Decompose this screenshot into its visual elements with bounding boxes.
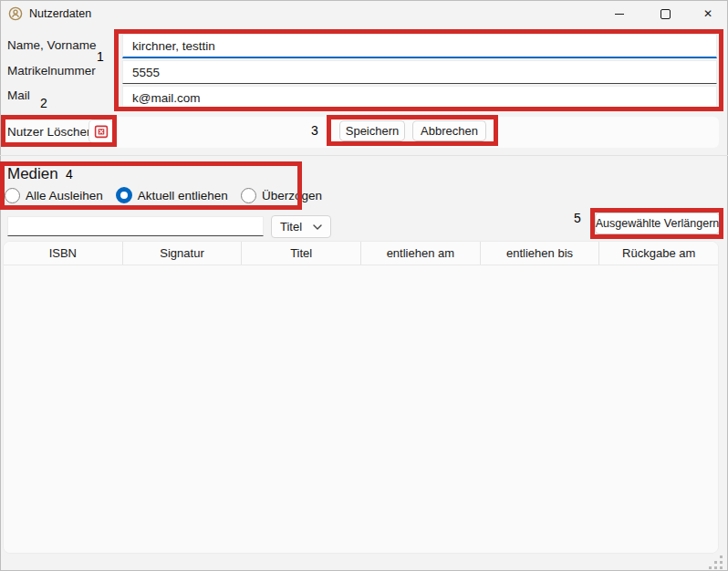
user-icon — [8, 6, 23, 21]
delete-icon — [94, 124, 109, 139]
chevron-down-icon — [313, 224, 322, 230]
loan-filter-radio-group: Alle Ausleihen Aktuell entliehen Überzog… — [5, 187, 322, 203]
loans-table: ISBN Signatur Titel entliehen am entlieh… — [3, 241, 719, 554]
mail-label: Mail — [7, 88, 30, 102]
annotation-number-4: 4 — [66, 167, 73, 182]
delete-user-label: Nutzer Löschen — [7, 125, 94, 139]
close-button[interactable]: ✕ — [687, 0, 728, 27]
column-header-isbn[interactable]: ISBN — [4, 242, 123, 265]
annotation-number-2: 2 — [40, 96, 47, 110]
radio-aktuell-entliehen[interactable]: Aktuell entliehen — [116, 187, 228, 203]
annotation-number-5: 5 — [574, 211, 581, 225]
maximize-button[interactable] — [644, 0, 686, 27]
matrikelnummer-input[interactable] — [122, 60, 717, 84]
medien-heading: Medien — [7, 165, 58, 183]
column-header-rueckgabe-am[interactable]: Rückgabe am — [599, 242, 718, 265]
filter-dropdown[interactable]: Titel — [271, 215, 331, 238]
save-button[interactable]: Speichern — [339, 120, 405, 141]
section-divider — [0, 155, 728, 156]
extend-selected-button[interactable]: Ausgewählte Verlängern — [595, 213, 720, 234]
minimize-icon — [615, 14, 624, 15]
radio-icon — [241, 188, 256, 203]
annotation-number-3: 3 — [311, 123, 318, 138]
mail-input[interactable] — [122, 86, 717, 109]
table-header-row: ISBN Signatur Titel entliehen am entlieh… — [4, 242, 718, 265]
table-body-empty — [4, 265, 718, 554]
annotation-number-1: 1 — [97, 49, 104, 64]
minimize-button[interactable] — [598, 0, 640, 27]
resize-grip[interactable] — [709, 555, 712, 558]
radio-icon — [116, 187, 132, 203]
column-header-titel[interactable]: Titel — [242, 242, 361, 265]
media-search-input[interactable] — [7, 216, 264, 236]
nutzerdaten-window: { "window": { "title": "Nutzerdaten", "c… — [0, 0, 728, 571]
cancel-button[interactable]: Abbrechen — [412, 120, 486, 141]
maximize-icon — [660, 9, 671, 19]
column-header-entliehen-bis[interactable]: entliehen bis — [481, 242, 600, 265]
filter-dropdown-value: Titel — [280, 220, 302, 234]
delete-user-button[interactable] — [88, 119, 113, 143]
close-icon: ✕ — [703, 8, 712, 19]
radio-label: Überzogen — [262, 189, 322, 202]
column-header-entliehen-am[interactable]: entliehen am — [361, 242, 481, 265]
name-input[interactable] — [122, 34, 717, 58]
radio-icon — [5, 188, 20, 203]
radio-label: Alle Ausleihen — [26, 189, 103, 202]
radio-ueberzogen[interactable]: Überzogen — [241, 188, 322, 203]
radio-alle-ausleihen[interactable]: Alle Ausleihen — [5, 188, 103, 203]
radio-label: Aktuell entliehen — [138, 189, 228, 202]
window-title: Nutzerdaten — [29, 7, 91, 20]
matrikelnummer-label: Matrikelnummer — [7, 64, 96, 78]
name-label: Name, Vorname — [7, 38, 97, 52]
column-header-signatur[interactable]: Signatur — [123, 242, 243, 265]
